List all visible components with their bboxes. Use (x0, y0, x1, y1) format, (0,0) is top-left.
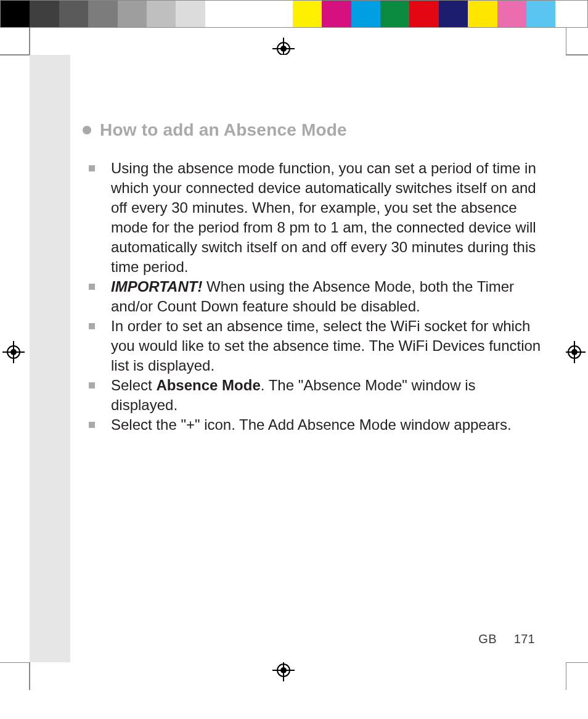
footer-page-number: 171 (514, 632, 535, 646)
registration-mark-icon (2, 341, 25, 363)
footer-lang: GB (478, 632, 497, 646)
list-item-text: Select the "+" icon. The Add Absence Mod… (111, 416, 512, 433)
list-item-text: Select (111, 377, 156, 393)
page-background: Use How to add an Absence Mode Using the… (30, 55, 566, 662)
body-list: Using the absence mode function, you can… (83, 158, 541, 435)
bold-term: Absence Mode (156, 377, 260, 393)
bullet-dot-icon (83, 126, 91, 134)
crop-mark (566, 54, 588, 55)
list-item: IMPORTANT! When using the Absence Mode, … (89, 277, 541, 316)
crop-mark (566, 27, 567, 55)
list-item: In order to set an absence time, select … (89, 316, 541, 376)
list-item: Using the absence mode function, you can… (89, 158, 541, 277)
crop-mark (566, 662, 567, 690)
print-color-bar (0, 0, 588, 28)
list-item-text: In order to set an absence time, select … (111, 318, 541, 374)
crop-mark (566, 662, 588, 664)
crop-mark (0, 54, 30, 55)
page-content: How to add an Absence Mode Using the abs… (70, 55, 566, 662)
registration-mark-icon (563, 341, 586, 363)
crop-mark (0, 662, 30, 664)
list-item-text: Using the absence mode function, you can… (111, 160, 536, 275)
list-item: Select the "+" icon. The Add Absence Mod… (89, 415, 541, 435)
important-label: IMPORTANT! (111, 278, 202, 295)
crop-mark (29, 662, 30, 690)
heading-text: How to add an Absence Mode (100, 120, 347, 140)
crop-mark (29, 27, 30, 55)
heading: How to add an Absence Mode (83, 120, 541, 140)
list-item: Select Absence Mode. The "Absence Mode" … (89, 376, 541, 415)
page-footer: GB 171 (478, 632, 535, 646)
registration-mark-icon (272, 659, 295, 681)
